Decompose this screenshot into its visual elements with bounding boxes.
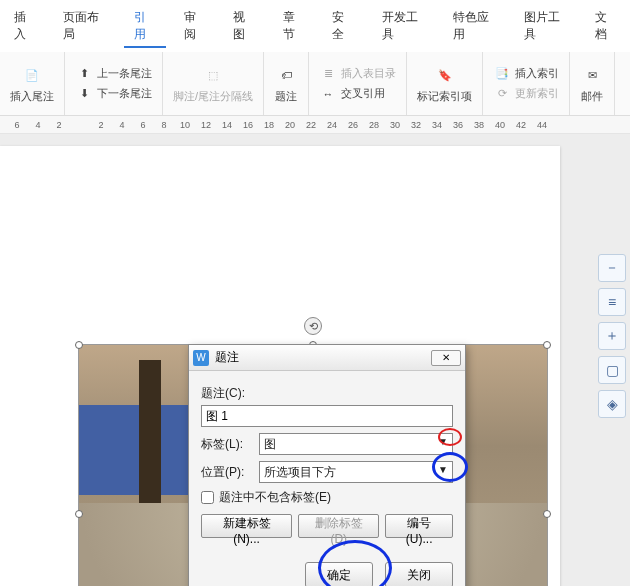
- caption-input[interactable]: [201, 405, 453, 427]
- numbering-button[interactable]: 编号(U)...: [385, 514, 453, 538]
- tab-picture-tools[interactable]: 图片工具: [514, 6, 577, 48]
- update-index-button: ⟳更新索引: [493, 85, 559, 103]
- insert-endnote-label: 插入尾注: [10, 89, 54, 104]
- rotate-handle[interactable]: ⟲: [304, 317, 322, 335]
- handle-nw[interactable]: [75, 341, 83, 349]
- prev-endnote-label: 上一条尾注: [97, 66, 152, 81]
- xref-icon: ↔: [319, 85, 337, 103]
- delete-tag-button: 删除标签(D): [298, 514, 379, 538]
- insert-index-label: 插入索引: [515, 66, 559, 81]
- tab-insert[interactable]: 插入: [4, 6, 45, 48]
- dialog-title: 题注: [215, 349, 239, 366]
- caption-field-label: 题注(C):: [201, 385, 453, 402]
- caption-dialog: W 题注 ✕ 题注(C): 标签(L): 图 ▼ 位置(P): 所选项目下方 ▼: [188, 344, 466, 586]
- chevron-down-icon: ▼: [435, 464, 451, 480]
- tag-label: 标签(L):: [201, 436, 253, 453]
- separator-icon: ⬚: [201, 63, 225, 87]
- tab-references[interactable]: 引用: [124, 6, 165, 48]
- mail-button[interactable]: ✉ 邮件: [580, 63, 604, 104]
- mail-icon: ✉: [580, 63, 604, 87]
- app-logo-icon: W: [193, 350, 209, 366]
- tab-review[interactable]: 审阅: [174, 6, 215, 48]
- insert-index-button[interactable]: 📑插入索引: [493, 65, 559, 83]
- ribbon: 📄 插入尾注 ⬆上一条尾注 ⬇下一条尾注 ⬚ 脚注/尾注分隔线 🏷 题注 ≣插入…: [0, 52, 630, 116]
- insert-index-icon: 📑: [493, 65, 511, 83]
- tab-devtools[interactable]: 开发工具: [372, 6, 435, 48]
- update-index-icon: ⟳: [493, 85, 511, 103]
- tab-security[interactable]: 安全: [322, 6, 363, 48]
- cancel-button[interactable]: 关闭: [385, 562, 453, 586]
- ribbon-tabs: 插入 页面布局 引用 审阅 视图 章节 安全 开发工具 特色应用 图片工具 文档: [0, 0, 630, 52]
- update-index-label: 更新索引: [515, 86, 559, 101]
- insert-endnote-button[interactable]: 📄 插入尾注: [10, 63, 54, 104]
- xref-label: 交叉引用: [341, 86, 385, 101]
- outline-button[interactable]: ≡: [598, 288, 626, 316]
- crop-button[interactable]: ▢: [598, 356, 626, 384]
- handle-e[interactable]: [543, 510, 551, 518]
- tag-select[interactable]: 图 ▼: [259, 433, 453, 455]
- position-select[interactable]: 所选项目下方 ▼: [259, 461, 453, 483]
- handle-w[interactable]: [75, 510, 83, 518]
- ok-button[interactable]: 确定: [305, 562, 373, 586]
- dialog-close-button[interactable]: ✕: [431, 350, 461, 366]
- prev-endnote-button[interactable]: ⬆上一条尾注: [75, 65, 152, 83]
- caption-button[interactable]: 🏷 题注: [274, 63, 298, 104]
- select-button[interactable]: ◈: [598, 390, 626, 418]
- caption-icon: 🏷: [274, 63, 298, 87]
- mark-index-icon: 🔖: [433, 63, 457, 87]
- new-tag-button[interactable]: 新建标签(N)...: [201, 514, 292, 538]
- tof-icon: ≣: [319, 65, 337, 83]
- caption-label: 题注: [275, 89, 297, 104]
- separator-label: 脚注/尾注分隔线: [173, 89, 253, 104]
- tab-featured[interactable]: 特色应用: [443, 6, 506, 48]
- tag-value: 图: [264, 436, 276, 453]
- exclude-checkbox-input[interactable]: [201, 491, 214, 504]
- next-icon: ⬇: [75, 85, 93, 103]
- chevron-down-icon: ▼: [435, 436, 451, 452]
- tab-layout[interactable]: 页面布局: [53, 6, 116, 48]
- mark-index-label: 标记索引项: [417, 89, 472, 104]
- tab-chapter[interactable]: 章节: [273, 6, 314, 48]
- prev-icon: ⬆: [75, 65, 93, 83]
- insert-tof-button: ≣插入表目录: [319, 65, 396, 83]
- position-label: 位置(P):: [201, 464, 253, 481]
- position-value: 所选项目下方: [264, 464, 336, 481]
- handle-ne[interactable]: [543, 341, 551, 349]
- dialog-titlebar[interactable]: W 题注 ✕: [189, 345, 465, 371]
- next-endnote-label: 下一条尾注: [97, 86, 152, 101]
- zoom-in-button[interactable]: ＋: [598, 322, 626, 350]
- endnote-icon: 📄: [20, 63, 44, 87]
- next-endnote-button[interactable]: ⬇下一条尾注: [75, 85, 152, 103]
- separator-button: ⬚ 脚注/尾注分隔线: [173, 63, 253, 104]
- side-toolbar: － ≡ ＋ ▢ ◈: [598, 254, 626, 418]
- crossref-button[interactable]: ↔交叉引用: [319, 85, 396, 103]
- mail-label: 邮件: [581, 89, 603, 104]
- zoom-out-button[interactable]: －: [598, 254, 626, 282]
- tab-doc[interactable]: 文档: [585, 6, 626, 48]
- ruler: 6 4 2 2 4 6 8 10 12 14 16 18 20 22 24 26…: [0, 116, 630, 134]
- exclude-label-text: 题注中不包含标签(E): [219, 489, 331, 506]
- mark-index-button[interactable]: 🔖 标记索引项: [417, 63, 472, 104]
- document-canvas: ⟲ － ≡ ＋ ▢ ◈ W 题注 ✕ 题注(C): 标签(L): 图 ▼: [0, 134, 630, 586]
- exclude-label-checkbox[interactable]: 题注中不包含标签(E): [201, 489, 453, 506]
- tof-label: 插入表目录: [341, 66, 396, 81]
- tab-view[interactable]: 视图: [223, 6, 264, 48]
